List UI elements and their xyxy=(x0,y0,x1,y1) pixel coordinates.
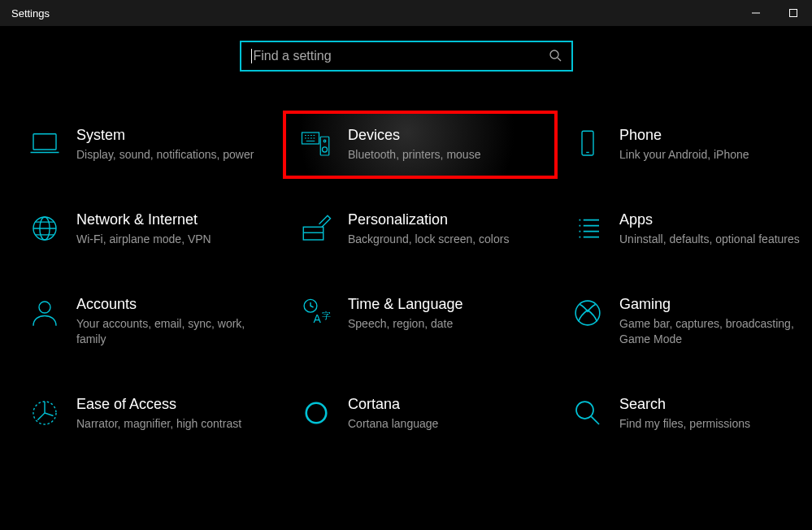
svg-rect-0 xyxy=(790,10,797,17)
svg-rect-10 xyxy=(303,227,323,240)
xbox-icon xyxy=(571,296,605,330)
laptop-icon xyxy=(28,127,62,161)
tile-gaming[interactable]: Gaming Game bar, captures, broadcasting,… xyxy=(566,291,812,352)
svg-point-18 xyxy=(576,402,593,419)
tile-devices[interactable]: Devices Bluetooth, printers, mouse xyxy=(283,111,558,179)
magnifier-icon xyxy=(571,396,605,430)
tile-time-language[interactable]: A字 Time & Language Speech, region, date xyxy=(294,291,546,352)
tile-desc: Display, sound, notifications, power xyxy=(76,147,254,163)
tile-title: Personalization xyxy=(348,211,509,228)
tile-title: Ease of Access xyxy=(76,396,241,413)
tile-desc: Uninstall, defaults, optional features xyxy=(619,232,800,247)
tile-title: Devices xyxy=(348,127,480,144)
tile-phone[interactable]: Phone Link your Android, iPhone xyxy=(566,122,812,167)
minimize-button[interactable] xyxy=(737,0,775,26)
tile-title: Cortana xyxy=(348,396,438,413)
maximize-button[interactable] xyxy=(775,0,812,26)
phone-icon xyxy=(571,127,605,161)
window-title: Settings xyxy=(11,7,50,20)
search-box[interactable] xyxy=(240,41,573,72)
tile-title: Search xyxy=(619,396,750,413)
tile-title: Apps xyxy=(619,211,800,228)
tile-accounts[interactable]: Accounts Your accounts, email, sync, wor… xyxy=(23,291,275,352)
tile-title: Network & Internet xyxy=(76,211,211,228)
tile-search[interactable]: Search Find my files, permissions xyxy=(566,391,812,437)
svg-rect-2 xyxy=(33,134,56,150)
tile-network[interactable]: Network & Internet Wi-Fi, airplane mode,… xyxy=(23,206,275,252)
text-cursor xyxy=(251,49,252,63)
tile-title: System xyxy=(76,127,254,144)
tile-system[interactable]: System Display, sound, notifications, po… xyxy=(23,122,275,167)
tile-title: Time & Language xyxy=(348,296,462,313)
svg-point-17 xyxy=(306,402,327,423)
tile-title: Accounts xyxy=(76,296,270,313)
cortana-icon xyxy=(299,396,333,430)
tile-desc: Link your Android, iPhone xyxy=(619,147,749,163)
tile-desc: Background, lock screen, colors xyxy=(348,232,509,247)
tile-ease-of-access[interactable]: Ease of Access Narrator, magnifier, high… xyxy=(23,391,275,437)
svg-point-6 xyxy=(322,147,327,152)
tile-desc: Find my files, permissions xyxy=(619,416,750,432)
tile-personalization[interactable]: Personalization Background, lock screen,… xyxy=(294,206,546,252)
tile-title: Phone xyxy=(619,127,749,144)
tile-apps[interactable]: Apps Uninstall, defaults, optional featu… xyxy=(566,206,812,252)
tile-desc: Your accounts, email, sync, work, family xyxy=(76,316,270,347)
tile-desc: Wi-Fi, airplane mode, VPN xyxy=(76,232,211,247)
person-icon xyxy=(28,296,62,330)
time-language-icon: A字 xyxy=(299,296,333,330)
globe-icon xyxy=(28,211,62,245)
svg-text:字: 字 xyxy=(322,311,331,320)
tile-desc: Cortana language xyxy=(348,416,438,432)
svg-point-5 xyxy=(323,140,326,142)
svg-point-15 xyxy=(575,301,600,325)
svg-point-1 xyxy=(550,50,558,59)
list-icon xyxy=(571,211,605,245)
tile-desc: Bluetooth, printers, mouse xyxy=(348,147,480,163)
tile-desc: Game bar, captures, broadcasting, Game M… xyxy=(619,316,812,347)
svg-text:A: A xyxy=(314,312,322,325)
keyboard-speaker-icon xyxy=(299,127,333,161)
svg-point-11 xyxy=(39,302,50,313)
paintbrush-icon xyxy=(299,211,333,245)
search-input[interactable] xyxy=(254,49,549,63)
tile-desc: Speech, region, date xyxy=(348,316,462,332)
search-icon xyxy=(549,49,562,64)
ease-of-access-icon xyxy=(28,396,62,430)
titlebar[interactable]: Settings xyxy=(0,0,812,26)
settings-grid: System Display, sound, notifications, po… xyxy=(0,72,812,436)
tile-cortana[interactable]: Cortana Cortana language xyxy=(294,391,546,437)
tile-title: Gaming xyxy=(619,296,812,313)
svg-rect-7 xyxy=(582,131,593,155)
tile-desc: Narrator, magnifier, high contrast xyxy=(76,416,241,432)
